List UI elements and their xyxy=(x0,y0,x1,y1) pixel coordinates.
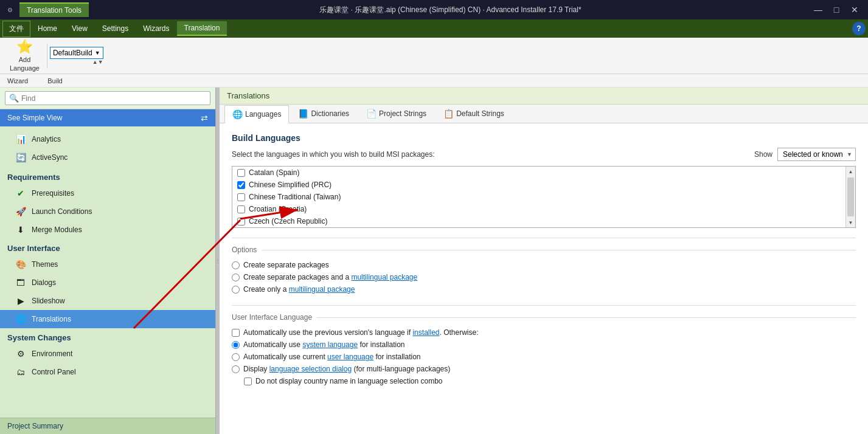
sidebar-item-themes[interactable]: 🎨 Themes xyxy=(0,255,215,274)
sidebar-item-activesync[interactable]: 🔄 ActiveSync xyxy=(0,148,215,167)
minimize-button[interactable]: — xyxy=(810,1,827,18)
lang-checkbox-czech[interactable] xyxy=(237,218,245,226)
language-dialog-link[interactable]: language selection dialog xyxy=(269,365,352,373)
slideshow-icon: ▶ xyxy=(15,295,27,307)
ui-language-title: User Interface Language xyxy=(232,313,856,322)
lang-label-chinese-simplified: Chinese Simplified (PRC) xyxy=(249,181,332,189)
ui-lang-user-label: Automatically use current user language … xyxy=(243,353,421,361)
option-row-separate-multi: Create separate packages and a multiling… xyxy=(232,271,856,283)
sidebar-item-dialogs-label: Dialogs xyxy=(32,278,56,287)
tab-languages-label: Languages xyxy=(245,110,281,119)
options-title: Options xyxy=(232,246,856,254)
build-select-wrap: DefaultBuild ▼ ▲▼ xyxy=(50,47,103,65)
user-language-link[interactable]: user language xyxy=(327,353,373,361)
add-language-icon: ⭐ xyxy=(16,39,33,55)
scrollbar-up-button[interactable]: ▲ xyxy=(846,167,855,176)
multilingual-link-2[interactable]: multilingual package xyxy=(289,285,355,294)
ui-lang-prev-checkbox[interactable] xyxy=(232,329,240,337)
help-button[interactable]: ? xyxy=(852,22,866,35)
tab-dictionaries-label: Dictionaries xyxy=(311,109,349,118)
lang-checkbox-chinese-traditional[interactable] xyxy=(237,193,245,201)
ui-lang-dialog-radio[interactable] xyxy=(232,365,240,373)
lang-checkbox-chinese-simplified[interactable] xyxy=(237,181,245,189)
tab-project-strings[interactable]: 📄 Project Strings xyxy=(358,105,434,123)
option-only-multi-radio[interactable] xyxy=(232,286,240,294)
lang-label-croatian: Croatian (Croatia) xyxy=(249,205,307,213)
multilingual-link-1[interactable]: multilingual package xyxy=(351,273,417,281)
close-button[interactable]: ✕ xyxy=(846,1,863,18)
option-separate-radio[interactable] xyxy=(232,261,240,269)
window-title: 乐趣课堂 · 乐趣课堂.aip (Chinese (Simplified) CN… xyxy=(91,5,810,15)
sidebar-search-area: 🔍 xyxy=(0,88,215,109)
installed-link[interactable]: installed xyxy=(412,328,439,337)
ui-lang-user-radio[interactable] xyxy=(232,353,240,361)
user-interface-section-header: User Interface xyxy=(0,239,215,255)
toolbar: ⭐ AddLanguage DefaultBuild ▼ ▲▼ xyxy=(0,38,868,74)
build-button[interactable]: Build xyxy=(45,77,64,85)
add-language-label: AddLanguage xyxy=(10,56,40,72)
sidebar-content: 📊 Analytics 🔄 ActiveSync Requirements ✔ … xyxy=(0,126,215,418)
sidebar-item-slideshow[interactable]: ▶ Slideshow xyxy=(0,292,215,310)
option-row-separate: Create separate packages xyxy=(232,259,856,271)
sidebar-item-translations-label: Translations xyxy=(32,315,71,323)
tab-project-strings-label: Project Strings xyxy=(379,109,426,118)
content-body: Build Languages Select the languages in … xyxy=(220,123,868,397)
tab-dictionaries[interactable]: 📘 Dictionaries xyxy=(290,105,357,123)
tab-default-strings[interactable]: 📋 Default Strings xyxy=(436,105,512,123)
show-select[interactable]: Selected or known All Selected only xyxy=(777,148,856,161)
lang-checkbox-catalan[interactable] xyxy=(237,169,245,177)
show-row: Show Selected or known All Selected only xyxy=(754,148,856,161)
option-separate-label: Create separate packages xyxy=(243,261,329,269)
sidebar-item-launch-conditions[interactable]: 🚀 Launch Conditions xyxy=(0,202,215,221)
sidebar-scrolled-section: 📊 Analytics 🔄 ActiveSync xyxy=(0,129,215,168)
menu-bar: 文件 Home View Settings Wizards Translatio… xyxy=(0,19,868,38)
sub-toolbar: Wizard Build xyxy=(0,74,868,88)
search-input[interactable] xyxy=(21,94,206,103)
menu-item-file[interactable]: 文件 xyxy=(2,21,30,37)
options-section: Options Create separate packages Create … xyxy=(232,238,856,295)
activesync-icon: 🔄 xyxy=(15,151,27,164)
maximize-button[interactable]: □ xyxy=(828,1,845,18)
tab-languages[interactable]: 🌐 Languages xyxy=(224,105,289,123)
project-summary-button[interactable]: Project Summary xyxy=(0,418,215,434)
title-bar: ⚙ Translation Tools 乐趣课堂 · 乐趣课堂.aip (Chi… xyxy=(0,0,868,19)
sidebar-item-prerequisites[interactable]: ✔ Prerequisites xyxy=(0,184,215,202)
build-languages-section: Build Languages Select the languages in … xyxy=(232,133,856,228)
sidebar-item-activesync-label: ActiveSync xyxy=(32,153,68,162)
show-select-wrap: Selected or known All Selected only xyxy=(777,148,856,161)
ui-lang-row-system: Automatically use system language for in… xyxy=(232,339,856,351)
menu-item-home[interactable]: Home xyxy=(30,22,64,35)
menu-item-settings[interactable]: Settings xyxy=(95,22,136,35)
sidebar-item-analytics[interactable]: 📊 Analytics xyxy=(0,130,215,148)
sidebar-item-control-panel[interactable]: 🗂 Control Panel xyxy=(0,363,215,381)
project-strings-tab-icon: 📄 xyxy=(366,109,377,119)
search-icon: 🔍 xyxy=(9,94,19,103)
sidebar-item-merge-modules[interactable]: ⬇ Merge Modules xyxy=(0,221,215,239)
wizard-button[interactable]: Wizard xyxy=(5,77,30,85)
active-ribbon-tab[interactable]: Translation Tools xyxy=(19,2,89,17)
add-language-button[interactable]: ⭐ AddLanguage xyxy=(5,36,44,74)
sidebar-item-dialogs[interactable]: 🗔 Dialogs xyxy=(0,274,215,292)
sidebar-item-translations[interactable]: 🌐 Translations xyxy=(0,310,215,328)
ui-language-section: User Interface Language Automatically us… xyxy=(232,305,856,387)
simple-view-button[interactable]: See Simple View ⇄ xyxy=(0,109,215,126)
ui-lang-no-country-checkbox[interactable] xyxy=(244,377,252,385)
menu-item-translation[interactable]: Translation xyxy=(177,21,227,36)
ui-lang-system-radio[interactable] xyxy=(232,341,240,349)
lang-label-czech: Czech (Czech Republic) xyxy=(249,217,327,226)
lang-checkbox-croatian[interactable] xyxy=(237,205,245,213)
language-list-scrollbar: ▲ ▼ xyxy=(845,167,855,227)
sidebar-item-environment[interactable]: ⚙ Environment xyxy=(0,345,215,363)
analytics-icon: 📊 xyxy=(15,133,27,145)
window-controls: — □ ✕ xyxy=(810,1,863,18)
scrollbar-down-button[interactable]: ▼ xyxy=(846,218,855,227)
build-select[interactable]: DefaultBuild ▼ xyxy=(50,47,103,59)
option-separate-multi-radio[interactable] xyxy=(232,274,240,281)
search-box[interactable]: 🔍 xyxy=(5,91,210,105)
menu-item-wizards[interactable]: Wizards xyxy=(136,22,176,35)
ui-lang-system-label: Automatically use system language for in… xyxy=(243,340,405,349)
lang-item-chinese-simplified: Chinese Simplified (PRC) xyxy=(232,179,845,191)
lang-label-catalan: Catalan (Spain) xyxy=(249,168,299,177)
menu-item-view[interactable]: View xyxy=(64,22,95,35)
system-language-link[interactable]: system language xyxy=(302,340,358,349)
